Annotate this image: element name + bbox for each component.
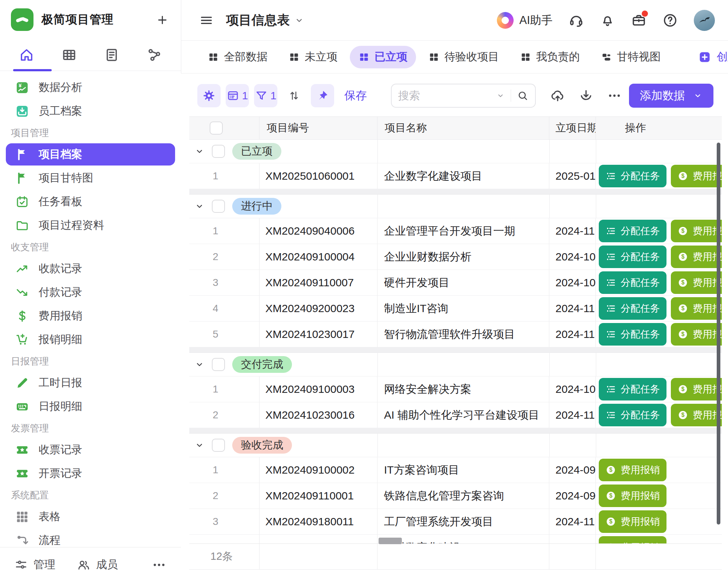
sidebar-item[interactable]: 日报明细 [0,395,181,418]
view-tab[interactable]: 我负责的 [511,46,589,68]
hamburger-menu-icon[interactable] [199,13,214,28]
group-checkbox[interactable] [212,358,225,371]
view-tab[interactable]: 全部数据 [199,46,276,68]
assign-task-button[interactable]: 分配任务 [599,323,666,346]
sidebar-top-tab-table[interactable] [62,47,77,63]
table-row[interactable]: 4XM202410100003万科数字化建设2024-11$费用报销 [189,535,722,543]
search-input[interactable]: 搜索 [391,84,536,108]
sidebar-top-tab-document[interactable] [104,47,119,63]
expense-report-button[interactable]: $费用报销 [599,510,666,533]
sidebar-item[interactable]: 表格 [0,505,181,529]
sidebar-item[interactable]: 任务看板 [0,190,181,214]
horizontal-scrollbar-thumb[interactable] [379,538,402,544]
expense-report-button[interactable]: $费用报销 [671,378,722,400]
search-scope-chevron-icon[interactable] [496,91,505,100]
user-avatar[interactable] [694,10,715,31]
view-tab[interactable]: 未立项 [280,46,346,68]
sidebar-item[interactable]: 报销明细 [0,328,181,351]
table-row[interactable]: 1XM202409100003网络安全解决方案2024-10分配任务$费用报销 [189,376,722,402]
notifications-bell-icon[interactable] [600,13,615,28]
sidebar-item[interactable]: 开票记录 [0,462,181,485]
sidebar-item[interactable]: 工时日报 [0,371,181,395]
sidebar-item[interactable]: 付款记录 [0,280,181,304]
group-checkbox[interactable] [212,200,225,213]
table-row[interactable]: 2XM202410230016AI 辅助个性化学习平台建设项目2024-11分配… [189,402,722,428]
sidebar-item[interactable]: 项目过程资料 [0,214,181,237]
view-tab[interactable]: 甘特视图 [592,46,669,68]
expense-report-button[interactable]: $费用报销 [671,246,722,268]
sidebar-item[interactable]: 项目甘特图 [0,166,181,190]
help-icon[interactable] [662,13,678,28]
sidebar-item[interactable]: 收款记录 [0,257,181,280]
assign-task-button[interactable]: 分配任务 [599,165,666,187]
view-tab[interactable]: 已立项 [350,46,416,68]
project-name-cell: 网络安全解决方案 [377,376,549,402]
search-icon[interactable] [517,90,529,101]
select-all-checkbox[interactable] [210,121,223,135]
table-row[interactable]: 1XM202409100002IT方案咨询项目2024-09$费用报销 [189,457,722,483]
assign-task-button[interactable]: 分配任务 [599,220,666,242]
sidebar-item[interactable]: 员工档案 [0,99,181,123]
table-row[interactable]: 3XM202409110007硬件开发项目2024-10分配任务$费用报销 [189,270,722,296]
table-row[interactable]: 5XM202410230017智行物流管理软件升级项目2024-11分配任务$费… [189,322,722,347]
table-row[interactable]: 1XM202409040006企业管理平台开发项目一期2024-11分配任务$费… [189,218,722,244]
sidebar-top-tab-home[interactable] [19,47,34,63]
assign-task-button[interactable]: 分配任务 [599,404,666,426]
table-row[interactable]: 2XM202409100004企业业财数据分析2024-10分配任务$费用报销 [189,244,722,270]
row-index-cell: 1 [189,218,260,244]
filter-button[interactable]: 1 [254,84,277,107]
workspace-briefcase-icon[interactable] [631,13,646,28]
expense-report-button[interactable]: $费用报销 [671,220,722,242]
expense-report-button[interactable]: $费用报销 [671,165,722,187]
group-status-badge: 交付完成 [232,356,292,373]
sidebar-footer-manage[interactable]: 管理 [15,557,55,572]
sidebar-footer-members[interactable]: 成员 [77,557,118,572]
sidebar-item[interactable]: 费用报销 [0,304,181,328]
pin-button[interactable] [311,84,334,107]
save-view-button[interactable]: 保存 [344,88,367,103]
sidebar-item[interactable]: ¥数据分析 [0,76,181,99]
assign-task-button[interactable]: 分配任务 [599,297,666,320]
project-date: 2024-09 [555,490,596,502]
add-data-button[interactable]: 添加数据 [629,84,713,108]
expense-report-button[interactable]: $费用报销 [599,536,666,543]
create-view-button[interactable]: 创建视图 [690,46,728,68]
table-row[interactable]: 3XM202409180011工厂管理系统开发项目2024-11$费用报销 [189,509,722,535]
more-actions-icon[interactable] [607,88,622,103]
expense-report-button[interactable]: $费用报销 [599,485,666,507]
people-icon [77,558,90,571]
group-checkbox[interactable] [212,145,225,158]
view-tab[interactable]: 待验收项目 [420,46,508,68]
sidebar-item[interactable]: 项目档案 [6,143,175,166]
import-cloud-upload-icon[interactable] [550,88,565,103]
project-date-cell: 2024-11 [549,402,596,428]
sidebar-item[interactable]: 收票记录 [0,438,181,462]
ai-assistant-button[interactable]: AI助手 [497,12,553,29]
sidebar-top-tab-flow[interactable] [147,47,162,63]
add-workspace-button[interactable] [156,14,169,26]
vertical-scrollbar-thumb[interactable] [717,143,720,525]
title-dropdown-chevron-icon[interactable] [294,15,304,25]
assign-task-button[interactable]: 分配任务 [599,246,666,268]
settings-button[interactable] [197,84,221,107]
assign-task-button[interactable]: 分配任务 [599,271,666,294]
assign-task-button[interactable]: 分配任务 [599,378,666,400]
export-download-icon[interactable] [579,88,593,103]
manage-label: 管理 [33,557,55,572]
sidebar-more-button[interactable] [152,558,166,572]
field-config-button[interactable]: 1 [226,84,249,107]
table-row[interactable]: 1XM202501060001企业数字化建设项目2025-01分配任务$费用报销 [189,163,722,189]
coin-dollar-icon: $ [677,410,688,420]
expense-report-button[interactable]: $费用报销 [671,323,722,346]
expense-report-button[interactable]: $费用报销 [671,271,722,294]
sidebar-item[interactable]: 流程 [0,529,181,547]
group-checkbox[interactable] [212,439,225,452]
tasklist-icon [605,410,616,420]
expense-report-button[interactable]: $费用报销 [671,404,722,426]
table-row[interactable]: 4XM202409200023制造业IT咨询2024-11分配任务$费用报销 [189,296,722,322]
table-row[interactable]: 2XM202409110001铁路信息化管理方案咨询2024-09$费用报销 [189,483,722,509]
expense-report-button[interactable]: $费用报销 [599,459,666,481]
sort-button[interactable] [282,84,306,107]
support-headset-icon[interactable] [569,13,584,28]
expense-report-button[interactable]: $费用报销 [671,297,722,320]
